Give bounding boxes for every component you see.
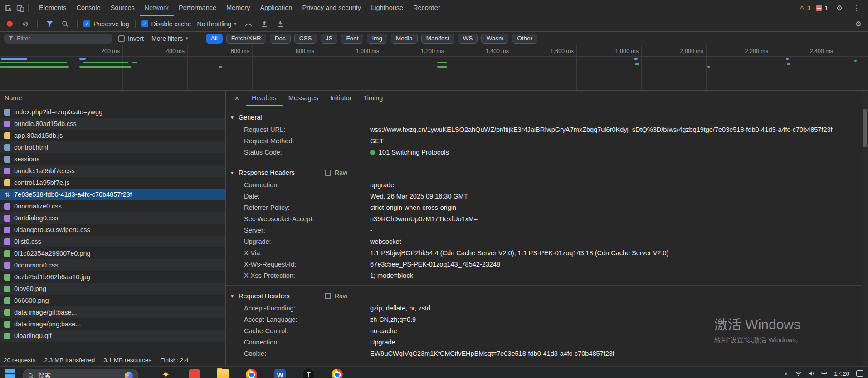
tab-privacy-and-security[interactable]: Privacy and security [297, 0, 366, 16]
network-overview-timeline[interactable]: 200 ms400 ms600 ms800 ms1,000 ms1,200 ms… [0, 45, 868, 91]
clear-network-log-icon[interactable]: ⊘ [20, 18, 31, 30]
export-har-icon[interactable] [274, 18, 286, 30]
request-row[interactable]: 0f1c82354a299007e0.png [0, 247, 225, 259]
request-row[interactable]: 0artdialog0.css [0, 212, 225, 224]
preserve-log-checkbox[interactable]: ✓ [83, 20, 90, 27]
request-row[interactable]: sessions [0, 153, 225, 165]
filter-chip-ws[interactable]: WS [458, 34, 478, 44]
details-tab-initiator[interactable]: Initiator [324, 91, 358, 106]
filter-input[interactable] [17, 35, 108, 42]
device-toolbar-icon[interactable] [15, 2, 26, 14]
tab-lighthouse[interactable]: Lighthouse [366, 0, 408, 16]
taskbar-app-word-icon[interactable] [274, 369, 286, 378]
section-title-row: ▼General [226, 111, 862, 124]
header-row: X-Xss-Protection:1; mode=block [226, 270, 862, 281]
request-row[interactable]: 0c7b25d1b962b6aa10.jpg [0, 271, 225, 283]
tab-elements[interactable]: Elements [34, 0, 71, 16]
request-row[interactable]: bundle.1a95bf7e.css [0, 165, 225, 177]
filter-chip-css[interactable]: CSS [294, 34, 317, 44]
taskbar-search[interactable]: 搜索 [23, 369, 138, 378]
tab-console[interactable]: Console [71, 0, 105, 16]
warnings-badge[interactable]: ⚠ 3 [799, 4, 811, 12]
taskbar-app-folder-icon[interactable] [217, 369, 229, 378]
filter-chip-fetch-xhr[interactable]: Fetch/XHR [226, 34, 266, 44]
taskbar-app-star-icon[interactable] [160, 369, 171, 378]
filter-chip-doc[interactable]: Doc [270, 34, 291, 44]
devtools-settings-gear-icon[interactable]: ⚙ [834, 2, 845, 14]
request-row[interactable]: data:image/gif;base... [0, 306, 225, 318]
header-value: - [370, 225, 372, 236]
invert-checkbox[interactable] [118, 35, 125, 42]
tab-application[interactable]: Application [255, 0, 297, 16]
timeline-gridline [771, 45, 771, 90]
taskbar-app-chrome-icon[interactable] [332, 369, 343, 378]
tab-sources[interactable]: Sources [106, 0, 140, 16]
filter-chip-other[interactable]: Other [512, 34, 537, 44]
request-row[interactable]: 0loading0.gif [0, 330, 225, 342]
network-settings-gear-icon[interactable]: ⚙ [853, 18, 864, 30]
name-column-header[interactable]: Name [0, 91, 225, 106]
inspect-element-icon[interactable] [3, 2, 15, 14]
more-options-icon[interactable]: ⋮ [851, 2, 863, 14]
taskbar-app-red-icon[interactable] [189, 369, 200, 378]
request-row[interactable]: data:image/png;base... [0, 318, 225, 330]
details-scrollbar[interactable] [862, 91, 868, 366]
filter-chip-all[interactable]: All [206, 34, 223, 44]
request-row[interactable]: 0list0.css [0, 236, 225, 247]
wifi-icon[interactable] [795, 371, 802, 376]
raw-checkbox[interactable] [325, 170, 331, 176]
request-row[interactable]: 0common0.css [0, 259, 225, 271]
filter-chip-font[interactable]: Font [341, 34, 363, 44]
filter-chip-js[interactable]: JS [321, 34, 338, 44]
details-tab-messages[interactable]: Messages [283, 91, 324, 106]
request-row[interactable]: 0ipv60.png [0, 283, 225, 295]
request-row[interactable]: index.php?id=rzrq&cate=ywgg [0, 106, 225, 118]
network-conditions-icon[interactable] [243, 18, 254, 30]
request-row[interactable]: 7e03e518-fdb0-41d3-a4fc-c70b4857f23f [0, 189, 225, 200]
search-icon[interactable] [59, 18, 71, 30]
speaker-icon[interactable] [809, 371, 814, 376]
details-tab-headers[interactable]: Headers [246, 91, 283, 106]
record-network-log-icon[interactable] [4, 18, 15, 30]
filter-icon[interactable] [44, 18, 55, 30]
details-tab-timing[interactable]: Timing [357, 91, 389, 106]
scrollbar-thumb[interactable] [863, 109, 867, 147]
filter-chip-manifest[interactable]: Manifest [421, 34, 454, 44]
hidden-icons-chevron-icon[interactable]: ∧ [785, 371, 788, 377]
issues-badge[interactable]: 1 [816, 5, 828, 11]
disable-cache-checkbox[interactable]: ✓ [141, 20, 148, 27]
request-name: sessions [14, 155, 39, 163]
request-row[interactable]: app.80ad15db.js [0, 130, 225, 141]
tab-performance[interactable]: Performance [174, 0, 221, 16]
request-row[interactable]: bundle.80ad15db.css [0, 118, 225, 130]
start-button-icon[interactable] [5, 369, 15, 378]
raw-checkbox[interactable] [325, 293, 331, 299]
tab-recorder[interactable]: Recorder [408, 0, 445, 16]
filter-chip-wasm[interactable]: Wasm [481, 34, 508, 44]
close-icon[interactable]: × [230, 93, 243, 103]
collapse-triangle-icon[interactable]: ▼ [230, 115, 234, 120]
clock[interactable]: 17:20 [834, 370, 849, 377]
request-row[interactable]: 0idangerous0.swiper0.css [0, 224, 225, 236]
request-row[interactable]: control.1a95bf7e.js [0, 177, 225, 189]
request-row[interactable]: 0normalize0.css [0, 200, 225, 212]
notification-center-icon[interactable] [856, 370, 863, 377]
more-filters-button[interactable]: More filters ▾ [150, 35, 190, 42]
taskbar-app-t-icon[interactable] [303, 369, 314, 378]
tab-network[interactable]: Network [140, 0, 174, 16]
divider [156, 357, 156, 363]
collapse-triangle-icon[interactable]: ▼ [230, 294, 234, 299]
waterfall-bar [79, 58, 86, 60]
request-row[interactable]: 066600.png [0, 295, 225, 306]
collapse-triangle-icon[interactable]: ▼ [230, 170, 234, 175]
header-row: Cache-Control:no-cache [226, 325, 862, 337]
network-main: Name index.php?id=rzrq&cate=ywggbundle.8… [0, 91, 868, 366]
tab-memory[interactable]: Memory [221, 0, 255, 16]
filter-chip-img[interactable]: Img [367, 34, 387, 44]
throttling-select[interactable]: No throttling ▾ [195, 20, 239, 28]
taskbar-app-chrome-icon[interactable] [246, 369, 257, 378]
request-row[interactable]: control.html [0, 141, 225, 153]
filter-chip-media[interactable]: Media [391, 34, 418, 44]
import-har-icon[interactable] [258, 18, 270, 30]
ime-indicator[interactable]: 中 [821, 369, 828, 378]
